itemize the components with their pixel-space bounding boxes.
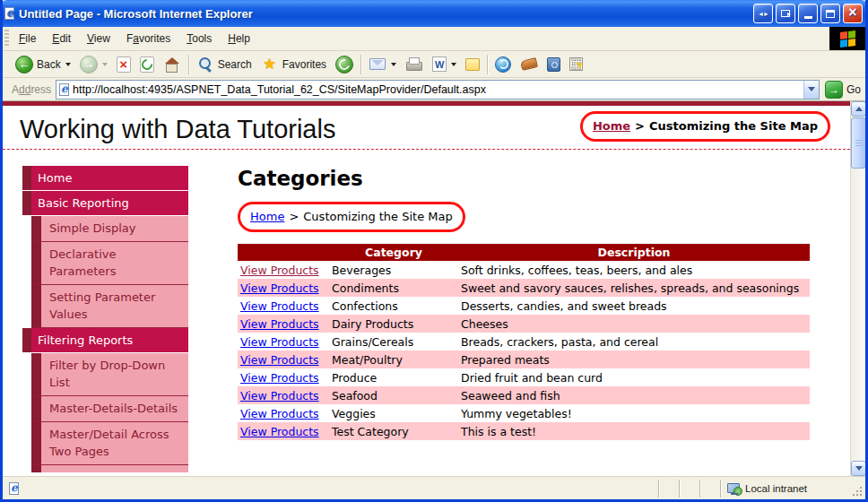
sidebar-menu: HomeBasic ReportingSimple DisplayDeclara…	[22, 166, 188, 472]
category-cell: Dairy Products	[329, 315, 458, 333]
full-screen-toggle-button[interactable]: ◄►	[753, 4, 773, 23]
mail-button[interactable]	[364, 54, 401, 75]
breadcrumb-separator: >	[289, 210, 299, 223]
window-title: Untitled Page - Microsoft Internet Explo…	[19, 7, 753, 21]
view-products-link[interactable]: View Products	[240, 281, 319, 295]
messenger-icon	[495, 56, 511, 73]
view-products-cell: View Products	[238, 422, 329, 440]
chevron-down-icon	[391, 63, 396, 66]
sidebar-item-basic-reporting[interactable]: Basic Reporting	[22, 191, 188, 215]
browser-window: Untitled Page - Microsoft Internet Explo…	[0, 0, 868, 502]
menu-tools[interactable]: Tools	[178, 29, 220, 48]
description-cell: Seaweed and fish	[458, 386, 810, 404]
print-button[interactable]	[401, 54, 428, 75]
discuss-button[interactable]	[461, 56, 484, 73]
view-products-link[interactable]: View Products	[240, 389, 319, 402]
close-button[interactable]: ×	[843, 4, 863, 23]
sidebar-item-filter-by-drop-down-list[interactable]: Filter by Drop-Down List	[31, 353, 188, 396]
description-cell: Cheeses	[458, 315, 810, 333]
scrollbar-thumb[interactable]	[851, 117, 866, 169]
refresh-button[interactable]	[135, 55, 159, 74]
sidebar-item-master-details-details[interactable]: Master-Details-Details	[31, 396, 188, 422]
toolbar-separator	[487, 55, 488, 74]
table-row: View ProductsBeveragesSoft drinks, coffe…	[238, 261, 810, 279]
status-page-pane	[4, 480, 658, 498]
messenger-button[interactable]	[490, 55, 516, 74]
titlebar[interactable]: Untitled Page - Microsoft Internet Explo…	[0, 0, 868, 27]
view-products-link[interactable]: View Products	[240, 407, 319, 420]
view-products-link[interactable]: View Products	[240, 353, 319, 367]
addon-icon	[520, 56, 538, 74]
address-combobox[interactable]: http://localhost:4935/ASPNET_Data_Tutori…	[56, 80, 820, 100]
go-button[interactable]: → Go	[825, 81, 861, 99]
menubar-grip[interactable]	[4, 30, 9, 48]
menu-favorites[interactable]: Favorites	[118, 29, 178, 48]
home-button[interactable]	[159, 54, 186, 75]
table-row: View ProductsMeat/PoultryPrepared meats	[238, 351, 810, 368]
sidebar-item-setting-parameter-values[interactable]: Setting Parameter Values	[31, 285, 188, 328]
toolbar: BackSearchFavorites	[3, 51, 865, 78]
chevron-down-icon	[855, 466, 863, 471]
back-button[interactable]: Back	[11, 54, 75, 75]
search-button[interactable]: Search	[192, 54, 256, 75]
favorites-button[interactable]: Favorites	[256, 54, 331, 75]
back-icon	[15, 56, 33, 74]
resize-grip[interactable]	[851, 480, 864, 498]
view-products-cell: View Products	[238, 279, 329, 297]
description-cell: Desserts, candies, and sweet breads	[458, 297, 810, 315]
menu-view[interactable]: View	[79, 29, 118, 48]
sidebar-item-filtering-reports[interactable]: Filtering Reports	[22, 328, 188, 352]
table-row: View ProductsSeafoodSeaweed and fish	[238, 386, 810, 404]
view-products-cell: View Products	[238, 297, 329, 315]
binary-addon-button[interactable]	[565, 56, 587, 73]
breadcrumb-home-link[interactable]: Home	[250, 210, 284, 223]
view-products-link[interactable]: View Products	[240, 371, 319, 385]
menu-edit[interactable]: Edit	[44, 29, 79, 48]
minimize-button[interactable]	[798, 4, 818, 23]
view-products-cell: View Products	[238, 386, 329, 404]
maximize-button[interactable]	[820, 4, 840, 23]
view-products-link[interactable]: View Products	[240, 264, 319, 277]
table-row: View ProductsProduceDried fruit and bean…	[238, 368, 810, 386]
scroll-up-button[interactable]	[851, 101, 866, 117]
sidebar-item-master-detail-across-two-pages[interactable]: Master/Detail Across Two Pages	[31, 422, 188, 465]
page-content: Working with Data Tutorials Home > Custo…	[3, 101, 850, 476]
stop-button[interactable]	[112, 55, 135, 74]
edit-word-button[interactable]	[428, 55, 461, 74]
column-header-category: Category	[329, 244, 458, 261]
breadcrumb-current: Customizing the Site Map	[649, 119, 818, 133]
toolbar-button-label: Favorites	[282, 58, 326, 71]
menu-help[interactable]: Help	[220, 29, 258, 48]
breadcrumb-separator: >	[635, 119, 645, 133]
forward-button	[75, 54, 112, 75]
address-dropdown-button[interactable]	[803, 81, 819, 99]
scroll-down-button[interactable]	[851, 461, 866, 476]
description-cell: Sweet and savory sauces, relishes, sprea…	[458, 279, 810, 297]
page-body: HomeBasic ReportingSimple DisplayDeclara…	[3, 150, 850, 472]
ie-app-icon	[4, 7, 14, 20]
history-button[interactable]	[331, 54, 358, 75]
sidebar-item-declarative-parameters[interactable]: Declarative Parameters	[31, 242, 188, 285]
description-cell: Breads, crackers, pasta, and cereal	[458, 333, 810, 351]
table-row: View ProductsGrains/CerealsBreads, crack…	[238, 333, 810, 351]
sidebar-item-partial[interactable]	[31, 465, 188, 472]
security-zone-pane: Local intranet	[720, 480, 851, 498]
address-url[interactable]: http://localhost:4935/ASPNET_Data_Tutori…	[73, 83, 803, 96]
view-products-link[interactable]: View Products	[240, 299, 319, 313]
view-products-link[interactable]: View Products	[240, 425, 319, 438]
research-button[interactable]	[542, 56, 565, 74]
category-cell: Grains/Cereals	[329, 333, 458, 351]
vertical-scrollbar[interactable]	[850, 101, 865, 476]
sidebar-item-home[interactable]: Home	[22, 166, 188, 190]
breadcrumb-home-link[interactable]: Home	[593, 119, 630, 133]
menu-file[interactable]: File	[11, 29, 44, 48]
view-products-link[interactable]: View Products	[240, 335, 319, 349]
view-products-link[interactable]: View Products	[240, 317, 319, 331]
local-intranet-icon	[727, 483, 740, 493]
binary-addon-icon	[569, 57, 583, 71]
category-cell: Beverages	[329, 261, 458, 279]
sidebar-item-simple-display[interactable]: Simple Display	[31, 216, 188, 242]
addon-button[interactable]	[516, 54, 542, 75]
detach-window-button[interactable]	[776, 4, 795, 23]
category-cell: Condiments	[329, 279, 458, 297]
